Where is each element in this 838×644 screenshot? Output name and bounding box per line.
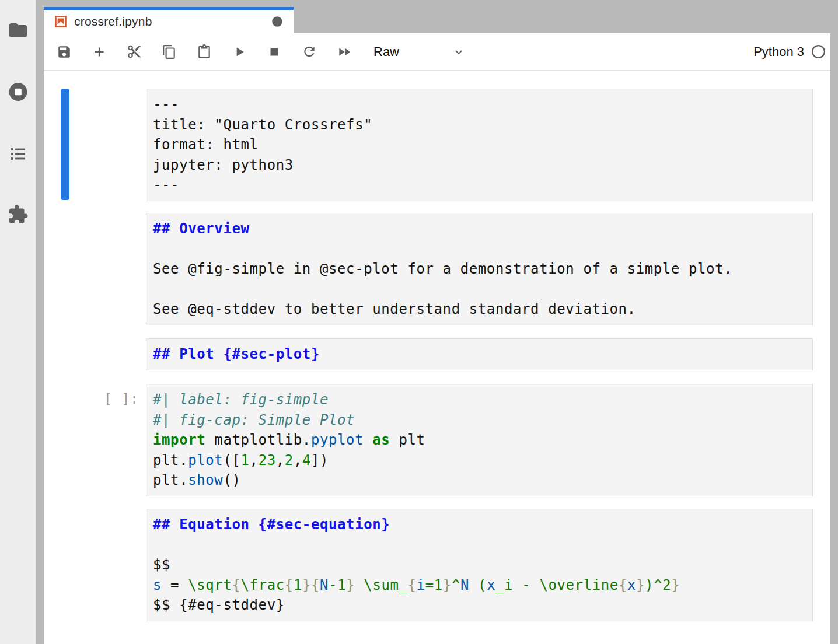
- restart-and-run-all-button[interactable]: [337, 44, 352, 60]
- dock-panel-left-gutter: [36, 0, 44, 644]
- jupyterlab-window: crossref.ipynb: [0, 0, 838, 644]
- toolbar-button-group: [57, 44, 352, 60]
- notebook-icon: [54, 15, 68, 29]
- dirty-indicator-icon[interactable]: [271, 15, 284, 28]
- save-button[interactable]: [57, 44, 72, 60]
- code-cell-prompt: [ ]:: [99, 389, 139, 410]
- paste-cells-button[interactable]: [197, 44, 212, 60]
- cell-code-plot[interactable]: #| label: fig-simple#| fig-cap: Simple P…: [146, 384, 813, 496]
- running-sessions-icon[interactable]: [8, 81, 29, 103]
- restart-kernel-button[interactable]: [302, 44, 317, 60]
- cell-markdown-plot-heading[interactable]: ## Plot {#sec-plot}: [146, 338, 813, 370]
- kernel-name[interactable]: Python 3: [753, 44, 804, 60]
- copy-cells-button[interactable]: [162, 44, 177, 60]
- kernel-status-icon[interactable]: [811, 44, 826, 59]
- cell-markdown-overview[interactable]: ## Overview See @fig-simple in @sec-plot…: [146, 213, 813, 326]
- main-dock-panel: crossref.ipynb: [44, 0, 830, 644]
- cell-raw-frontmatter[interactable]: ---title: "Quarto Crossrefs"format: html…: [146, 89, 813, 201]
- left-activity-sidebar: [0, 0, 36, 644]
- interrupt-kernel-button[interactable]: [267, 44, 282, 60]
- notebook-panel: ---title: "Quarto Crossrefs"format: html…: [44, 71, 830, 644]
- notebook-toolbar: Raw Python 3: [44, 33, 830, 71]
- cell-type-dropdown[interactable]: Raw: [373, 44, 466, 60]
- dock-panel-right-gutter: [830, 0, 838, 644]
- notebook-tab[interactable]: crossref.ipynb: [44, 7, 294, 33]
- extension-manager-icon[interactable]: [8, 204, 29, 225]
- chevron-down-icon: [452, 45, 466, 59]
- tab-bar: crossref.ipynb: [44, 0, 830, 33]
- table-of-contents-icon[interactable]: [9, 145, 27, 163]
- run-cell-button[interactable]: [232, 44, 247, 60]
- active-cell-collapser[interactable]: [61, 89, 69, 200]
- cut-cells-button[interactable]: [127, 44, 142, 60]
- cell-type-value: Raw: [373, 44, 399, 60]
- file-browser-icon[interactable]: [8, 20, 29, 41]
- insert-cell-button[interactable]: [92, 44, 107, 60]
- cell-markdown-equation[interactable]: ## Equation {#sec-equation} $$s = \sqrt{…: [146, 509, 813, 621]
- tab-title: crossref.ipynb: [74, 15, 152, 29]
